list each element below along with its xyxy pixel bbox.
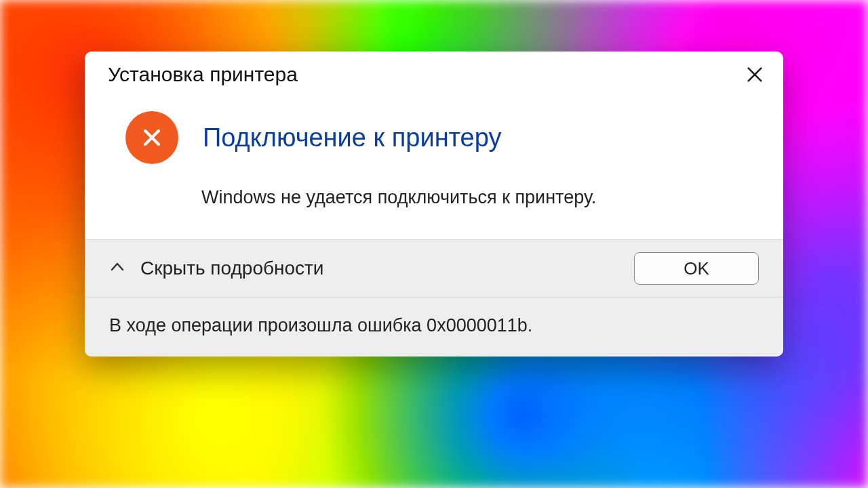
- chevron-up-icon: [109, 259, 125, 278]
- toggle-details-button[interactable]: Скрыть подробности: [109, 258, 324, 279]
- error-icon: [125, 111, 178, 164]
- error-dialog: Установка принтера Подключение к принтер…: [85, 52, 783, 357]
- error-details-text: В ходе операции произошла ошибка 0x00000…: [109, 315, 532, 336]
- close-button[interactable]: [743, 62, 767, 87]
- dialog-message: Windows не удается подключиться к принте…: [125, 187, 743, 208]
- dialog-heading: Подключение к принтеру: [203, 123, 501, 152]
- dialog-title: Установка принтера: [108, 63, 298, 86]
- ok-button[interactable]: OK: [634, 252, 759, 285]
- dialog-details-pane: В ходе операции произошла ошибка 0x00000…: [85, 297, 783, 357]
- toggle-details-label: Скрыть подробности: [140, 258, 324, 279]
- dialog-content: Подключение к принтеру Windows не удаетс…: [85, 92, 783, 239]
- dialog-titlebar: Установка принтера: [85, 52, 783, 92]
- dialog-actions-bar: Скрыть подробности OK: [85, 239, 783, 297]
- close-icon: [745, 65, 764, 84]
- ok-button-label: OK: [684, 258, 709, 279]
